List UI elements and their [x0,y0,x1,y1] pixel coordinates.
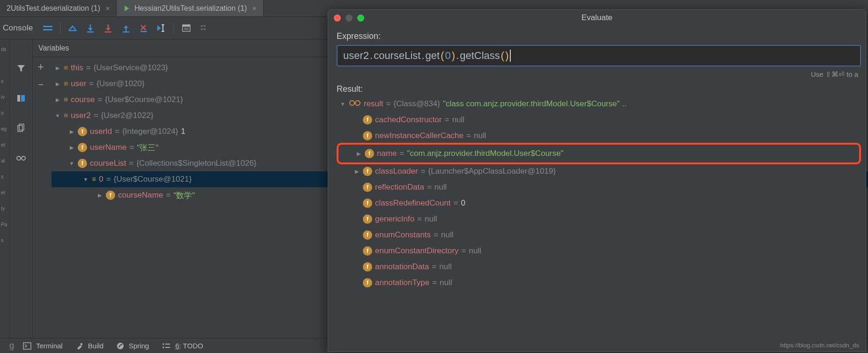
selected-frame-icon[interactable] [15,93,27,104]
expand-arrow-icon[interactable] [339,101,346,107]
tab-label: 2UtilsTest.deserialization (1) [7,4,100,13]
expr-token: . [456,50,459,62]
expand-arrow-icon[interactable] [353,115,360,125]
expand-arrow-icon[interactable] [54,113,61,118]
copy-icon[interactable] [15,123,27,134]
expand-arrow-icon[interactable] [82,176,89,182]
step-out-icon[interactable] [118,21,133,36]
filter-icon[interactable] [15,63,27,74]
tree-row[interactable]: result = {Class@834} "class com.anjz.pro… [337,96,861,112]
expand-arrow-icon[interactable] [96,192,103,199]
spring-button[interactable]: Spring [117,342,149,350]
window-controls [334,15,364,22]
equals: = [166,191,170,200]
run-to-cursor-icon[interactable] [154,21,169,36]
watermark-url: https://blog.csdn.net/csdn_ds [780,342,859,349]
equals: = [129,159,133,168]
equals: = [445,115,449,125]
svg-point-40 [163,343,164,345]
variable-name: cachedConstructor [375,115,442,125]
field-icon: f [363,278,372,287]
tree-row[interactable]: f newInstanceCallerCache = null [337,128,861,144]
tree-row[interactable]: f reflectionData = null [337,179,861,195]
variable-name: classRedefinedCount [375,199,451,208]
variable-value: null [469,246,481,256]
tab-deserialization[interactable]: 2UtilsTest.deserialization (1) × [0,0,117,16]
variable-name: enumConstantDirectory [375,246,459,256]
expand-arrow-icon[interactable] [353,262,360,272]
build-label: Build [88,342,103,350]
expand-arrow-icon[interactable] [54,97,61,103]
expand-arrow-icon[interactable] [68,145,75,151]
svg-rect-41 [165,344,170,345]
evaluate-titlebar[interactable]: Evaluate [328,10,866,26]
expand-arrow-icon[interactable] [68,129,75,135]
equals: = [432,262,436,272]
expand-arrow-icon[interactable] [353,246,360,256]
expand-arrow-icon[interactable] [353,199,360,208]
expand-arrow-icon[interactable] [353,183,360,192]
separator [60,22,60,34]
expr-token: . [370,50,373,62]
expand-arrow-icon[interactable] [353,230,360,240]
remove-watch-icon[interactable]: － [35,79,46,90]
tree-row[interactable]: f classLoader = {Launcher$AppClassLoader… [337,163,861,179]
result-tree[interactable]: result = {Class@834} "class com.anjz.pro… [337,96,861,291]
close-window-icon[interactable] [334,15,341,22]
expression-label: Expression: [337,31,861,41]
expand-arrow-icon[interactable] [54,65,61,71]
tree-row[interactable]: f annotationType = null [337,275,861,291]
expand-arrow-icon[interactable] [54,81,61,87]
tree-row[interactable]: f annotationData = null [337,259,861,275]
equals: = [400,149,405,158]
trace-icon[interactable] [197,21,212,36]
equals: = [97,95,102,104]
tree-row[interactable]: f classRedefinedCount = 0 [337,195,861,211]
variable-value: {User@1020} [96,79,144,88]
variable-name: 0 [99,175,103,184]
variable-name: courseName [118,191,163,200]
tree-row[interactable]: f name = "com.anjz.provider.thirdModel.U… [338,146,859,162]
expand-arrow-icon[interactable] [353,131,360,140]
build-button[interactable]: Build [76,342,103,350]
expression-input[interactable]: user2.courseList.get(0).getClass() [337,45,861,66]
tab-serialization[interactable]: Hessian2UtilsTest.serialization (1) × [117,0,263,16]
force-step-into-icon[interactable] [101,21,116,36]
variable-value: null [439,262,451,272]
step-over-icon[interactable] [65,21,80,36]
svg-rect-22 [183,25,190,27]
toggle-view-icon[interactable] [40,21,55,36]
svg-rect-4 [69,30,76,31]
equals: = [417,214,422,224]
minimize-window-icon[interactable] [346,15,353,22]
expand-arrow-icon[interactable] [353,214,360,224]
evaluate-dialog[interactable]: Evaluate Expression: user2.courseList.ge… [328,9,866,352]
svg-marker-9 [106,28,110,31]
glasses-icon[interactable] [15,153,27,164]
close-icon[interactable]: × [252,5,256,12]
separator [174,22,174,34]
drop-frame-icon[interactable] [136,21,151,36]
tree-row[interactable]: f enumConstantDirectory = null [337,243,861,259]
terminal-button[interactable]: Terminal [23,342,63,350]
svg-marker-29 [17,65,25,72]
svg-rect-27 [201,29,203,30]
expand-arrow-icon[interactable] [353,169,360,175]
console-label[interactable]: Console [3,23,33,33]
tree-row[interactable]: f enumConstants = null [337,227,861,243]
tree-row[interactable]: f cachedConstructor = null [337,112,861,128]
todo-button[interactable]: 6: TODO [162,342,203,350]
expand-arrow-icon[interactable] [68,161,75,166]
variable-value: {User$Course@1021} [105,95,183,104]
expand-arrow-icon[interactable] [353,278,360,287]
step-into-icon[interactable] [83,21,98,36]
evaluate-expression-icon[interactable] [179,21,194,36]
zoom-window-icon[interactable] [357,15,364,22]
expand-arrow-icon[interactable] [355,151,362,157]
close-icon[interactable]: × [106,5,110,12]
variable-name: result [364,99,383,109]
svg-point-42 [163,346,164,348]
expr-token: getClass [460,50,500,62]
add-watch-icon[interactable]: ＋ [35,61,46,72]
tree-row[interactable]: f genericInfo = null [337,211,861,227]
